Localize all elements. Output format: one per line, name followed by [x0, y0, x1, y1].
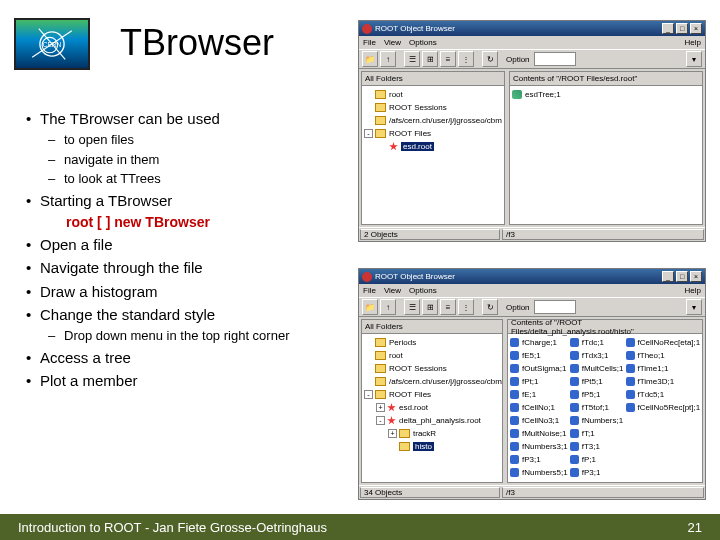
list-item[interactable] [626, 440, 701, 453]
toolbar-button[interactable]: ⊞ [422, 299, 438, 315]
toolbar-button[interactable]: 📁 [362, 299, 378, 315]
folder-icon [375, 351, 386, 360]
expand-icon[interactable]: + [376, 403, 385, 412]
list-item[interactable] [626, 414, 701, 427]
menubar: File View Options Help [359, 284, 705, 297]
list-item[interactable] [626, 453, 701, 466]
list-item[interactable]: fOutSigma;1 [510, 362, 568, 375]
maximize-button[interactable]: □ [676, 271, 688, 282]
list-item[interactable]: fMultCells;1 [570, 362, 624, 375]
list-item[interactable]: fP3;1 [510, 453, 568, 466]
minimize-button[interactable]: _ [662, 23, 674, 34]
option-combo[interactable] [534, 300, 576, 314]
file-icon [389, 142, 398, 151]
folder-tree[interactable]: Periods root ROOT Sessions /afs/cern.ch/… [362, 334, 502, 482]
toolbar-button[interactable]: ☰ [404, 299, 420, 315]
maximize-button[interactable]: □ [676, 23, 688, 34]
toolbar-button[interactable]: ☰ [404, 51, 420, 67]
option-combo[interactable] [534, 52, 576, 66]
list-item[interactable]: fE;1 [510, 388, 568, 401]
histogram-icon [570, 390, 579, 399]
close-button[interactable]: × [690, 23, 702, 34]
right-pane: Contents of "/ROOT Files/esd.root" esdTr… [509, 71, 703, 225]
menu-file[interactable]: File [363, 286, 376, 295]
list-item[interactable]: fP;1 [570, 453, 624, 466]
histogram-icon [570, 403, 579, 412]
file-icon [387, 416, 396, 425]
list-item[interactable]: fTime1;1 [626, 362, 701, 375]
histogram-icon [510, 416, 519, 425]
minimize-button[interactable]: _ [662, 271, 674, 282]
toolbar-button[interactable]: ↻ [482, 299, 498, 315]
expand-icon[interactable]: - [364, 390, 373, 399]
list-item[interactable]: fTheo;1 [626, 349, 701, 362]
list-item[interactable]: fP5;1 [570, 388, 624, 401]
list-item[interactable]: fPt5;1 [570, 375, 624, 388]
histogram-icon [570, 338, 579, 347]
menu-options[interactable]: Options [409, 286, 437, 295]
expand-icon[interactable]: - [364, 129, 373, 138]
toolbar-button[interactable]: ⋮ [458, 51, 474, 67]
list-item[interactable]: fPt;1 [510, 375, 568, 388]
status-path: /f3 [502, 229, 704, 240]
list-item[interactable]: fP3;1 [570, 466, 624, 479]
list-item[interactable]: fTime3D;1 [626, 375, 701, 388]
list-item[interactable]: fCellNoRec[eta];1 [626, 336, 701, 349]
list-body[interactable]: esdTree;1 [510, 86, 702, 224]
menu-help[interactable]: Help [685, 286, 701, 295]
list-item[interactable] [626, 427, 701, 440]
list-item[interactable]: fCellNo;1 [510, 401, 568, 414]
bullet: Plot a member [26, 371, 348, 391]
histogram-icon [510, 455, 519, 464]
list-item[interactable]: fE5;1 [510, 349, 568, 362]
expand-icon[interactable]: + [388, 429, 397, 438]
list-item[interactable]: fT5tof;1 [570, 401, 624, 414]
list-item[interactable]: fCellNo3;1 [510, 414, 568, 427]
list-item[interactable]: fT;1 [570, 427, 624, 440]
list-item[interactable]: fT3;1 [570, 440, 624, 453]
toolbar-button[interactable]: ≡ [440, 51, 456, 67]
toolbar-button[interactable]: ↑ [380, 51, 396, 67]
list-item[interactable]: fMultNoise;1 [510, 427, 568, 440]
toolbar-button[interactable]: ⋮ [458, 299, 474, 315]
list-item[interactable]: fNumbers;1 [570, 414, 624, 427]
folder-tree[interactable]: root ROOT Sessions /afs/cern.ch/user/j/j… [362, 86, 504, 224]
list-item[interactable]: fNumbers3;1 [510, 440, 568, 453]
histogram-icon [510, 351, 519, 360]
list-item[interactable]: fTdc;1 [570, 336, 624, 349]
list-item[interactable]: fCellNo5Rec[pt];1 [626, 401, 701, 414]
histogram-icon [626, 351, 635, 360]
style-dropdown[interactable]: ▾ [686, 299, 702, 315]
list-item[interactable]: fCharge;1 [510, 336, 568, 349]
list-body[interactable]: fCharge;1fTdc;1fCellNoRec[eta];1fE5;1fTd… [508, 334, 702, 482]
toolbar-button[interactable]: ≡ [440, 299, 456, 315]
sub-bullet: Drop down menu in the top right corner [26, 327, 348, 345]
menu-file[interactable]: File [363, 38, 376, 47]
toolbar-button[interactable]: ↑ [380, 299, 396, 315]
toolbar-button[interactable]: ⊞ [422, 51, 438, 67]
menu-help[interactable]: Help [685, 38, 701, 47]
list-item[interactable] [626, 466, 701, 479]
folder-icon [375, 103, 386, 112]
menu-options[interactable]: Options [409, 38, 437, 47]
histogram-icon [570, 468, 579, 477]
left-pane-header: All Folders [362, 320, 502, 334]
histogram-icon [510, 442, 519, 451]
bullet: Change the standard style [26, 305, 348, 325]
style-dropdown[interactable]: ▾ [686, 51, 702, 67]
right-pane-header: Contents of "/ROOT Files/delta_phi_analy… [508, 320, 702, 334]
option-label: Option [506, 303, 530, 312]
toolbar-button[interactable]: ↻ [482, 51, 498, 67]
expand-icon[interactable]: - [376, 416, 385, 425]
histogram-icon [510, 338, 519, 347]
histogram-icon [626, 364, 635, 373]
toolbar-button[interactable]: 📁 [362, 51, 378, 67]
code-line: root [ ] new TBrowser [26, 213, 348, 232]
menu-view[interactable]: View [384, 286, 401, 295]
list-item[interactable]: fTdx3;1 [570, 349, 624, 362]
menu-view[interactable]: View [384, 38, 401, 47]
close-button[interactable]: × [690, 271, 702, 282]
folder-icon [375, 338, 386, 347]
list-item[interactable]: fNumbers5;1 [510, 466, 568, 479]
list-item[interactable]: fTdc5;1 [626, 388, 701, 401]
